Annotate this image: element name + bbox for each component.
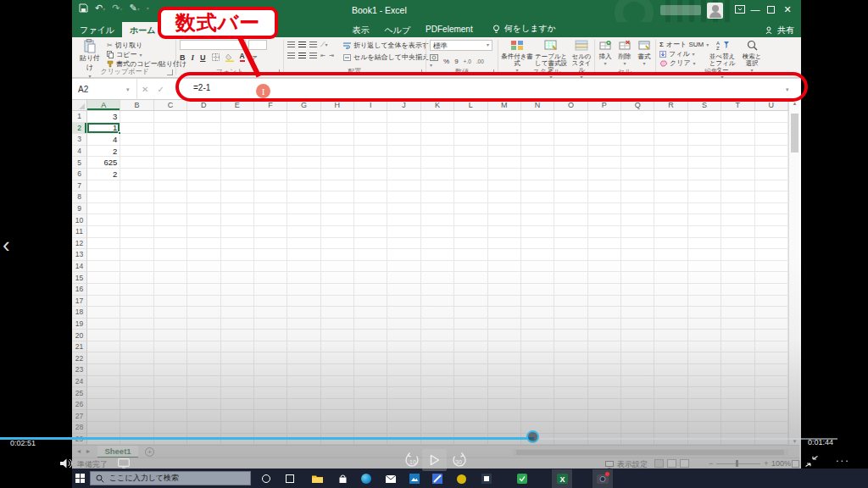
cell-S7[interactable] <box>688 180 721 192</box>
cell-E18[interactable] <box>221 307 254 319</box>
cell-R7[interactable] <box>654 180 687 192</box>
sheet-tab-sheet1[interactable]: Sheet1 <box>97 446 138 458</box>
cell-A18[interactable] <box>87 307 120 319</box>
cell-N19[interactable] <box>521 319 554 330</box>
cell-B5[interactable] <box>120 157 153 169</box>
cell-F25[interactable] <box>254 387 287 399</box>
cell-I2[interactable] <box>354 123 387 135</box>
cell-M22[interactable] <box>488 352 521 364</box>
cell-Q21[interactable] <box>621 341 654 353</box>
cell-L22[interactable] <box>454 352 487 364</box>
cell-T7[interactable] <box>721 180 754 192</box>
cell-G3[interactable] <box>287 134 320 146</box>
row-header[interactable]: 23 <box>72 364 87 376</box>
cell-E26[interactable] <box>221 399 254 411</box>
cell-E21[interactable] <box>221 341 254 353</box>
cell-A2[interactable]: 1 <box>87 123 120 135</box>
align-middle-icon[interactable] <box>298 42 306 48</box>
cell-L3[interactable] <box>454 134 487 146</box>
cell-M19[interactable] <box>488 319 521 330</box>
cell-T8[interactable] <box>721 191 754 203</box>
cell-E14[interactable] <box>221 261 254 273</box>
cell-H6[interactable] <box>321 169 354 180</box>
row-header[interactable]: 18 <box>72 307 87 319</box>
cell-G11[interactable] <box>287 226 320 238</box>
app-dark-icon[interactable] <box>481 473 492 485</box>
row-header[interactable]: 22 <box>72 352 87 364</box>
cell-J8[interactable] <box>387 191 420 203</box>
cell-J26[interactable] <box>387 399 420 411</box>
cell-N17[interactable] <box>521 296 554 308</box>
cell-Q12[interactable] <box>621 238 654 250</box>
vertical-scroll-thumb[interactable] <box>791 114 798 152</box>
cell-J9[interactable] <box>387 203 420 215</box>
cell-S10[interactable] <box>688 214 721 226</box>
progress-bar-played[interactable] <box>0 437 534 440</box>
cell-C7[interactable] <box>154 180 187 192</box>
cell-L6[interactable] <box>454 169 487 180</box>
page-layout-view-icon[interactable] <box>667 459 676 468</box>
cell-U10[interactable] <box>755 214 788 226</box>
cell-M21[interactable] <box>488 341 521 353</box>
cell-N9[interactable] <box>521 203 554 215</box>
cell-C20[interactable] <box>154 330 187 341</box>
cell-S22[interactable] <box>688 352 721 364</box>
cell-K23[interactable] <box>421 364 454 376</box>
cell-R14[interactable] <box>654 261 687 273</box>
cell-U7[interactable] <box>755 180 788 192</box>
cell-K25[interactable] <box>421 387 454 399</box>
cell-J4[interactable] <box>387 146 420 158</box>
cell-K18[interactable] <box>421 307 454 319</box>
cell-N4[interactable] <box>521 146 554 158</box>
cell-N24[interactable] <box>521 376 554 388</box>
taskbar-search-input[interactable]: ここに入力して検索 <box>90 471 251 485</box>
cell-G21[interactable] <box>287 341 320 353</box>
row-header[interactable]: 7 <box>72 180 87 192</box>
cell-S24[interactable] <box>688 376 721 388</box>
cell-S20[interactable] <box>688 330 721 341</box>
cell-B2[interactable] <box>120 123 153 135</box>
cell-B3[interactable] <box>120 134 153 146</box>
cell-T12[interactable] <box>721 238 754 250</box>
cell-S23[interactable] <box>688 364 721 376</box>
cell-L12[interactable] <box>454 238 487 250</box>
cell-N12[interactable] <box>521 238 554 250</box>
align-bottom-icon[interactable] <box>309 42 317 48</box>
cell-F13[interactable] <box>254 249 287 261</box>
cell-P2[interactable] <box>588 123 621 135</box>
align-right-icon[interactable] <box>309 53 317 59</box>
rewind-10-button[interactable]: 10 <box>403 452 422 469</box>
cell-S14[interactable] <box>688 261 721 273</box>
cell-L5[interactable] <box>454 157 487 169</box>
cell-F20[interactable] <box>254 330 287 341</box>
cell-A3[interactable]: 4 <box>87 134 120 146</box>
cell-S3[interactable] <box>688 134 721 146</box>
column-header[interactable]: H <box>321 100 354 110</box>
cell-M25[interactable] <box>488 387 521 399</box>
cell-N5[interactable] <box>521 157 554 169</box>
cell-L15[interactable] <box>454 272 487 284</box>
cell-I4[interactable] <box>354 146 387 158</box>
cell-C28[interactable] <box>154 422 187 434</box>
cell-U27[interactable] <box>755 410 788 422</box>
cell-P11[interactable] <box>588 226 621 238</box>
cell-M2[interactable] <box>488 123 521 135</box>
cell-C11[interactable] <box>154 226 187 238</box>
cell-J27[interactable] <box>387 410 420 422</box>
cell-Q11[interactable] <box>621 226 654 238</box>
align-left-icon[interactable] <box>287 53 295 59</box>
column-header[interactable]: I <box>354 100 387 110</box>
cell-N26[interactable] <box>521 399 554 411</box>
cell-J6[interactable] <box>387 169 420 180</box>
cut-button[interactable]: ✂切り取り <box>107 41 142 50</box>
cell-C23[interactable] <box>154 364 187 376</box>
avatar[interactable] <box>707 3 723 19</box>
cell-M3[interactable] <box>488 134 521 146</box>
cell-S1[interactable] <box>688 111 721 123</box>
cell-R2[interactable] <box>654 123 687 135</box>
cell-O18[interactable] <box>554 307 587 319</box>
cell-B28[interactable] <box>120 422 153 434</box>
cell-K22[interactable] <box>421 352 454 364</box>
touch-icon[interactable]: ✎▾ <box>129 3 139 14</box>
cell-N18[interactable] <box>521 307 554 319</box>
